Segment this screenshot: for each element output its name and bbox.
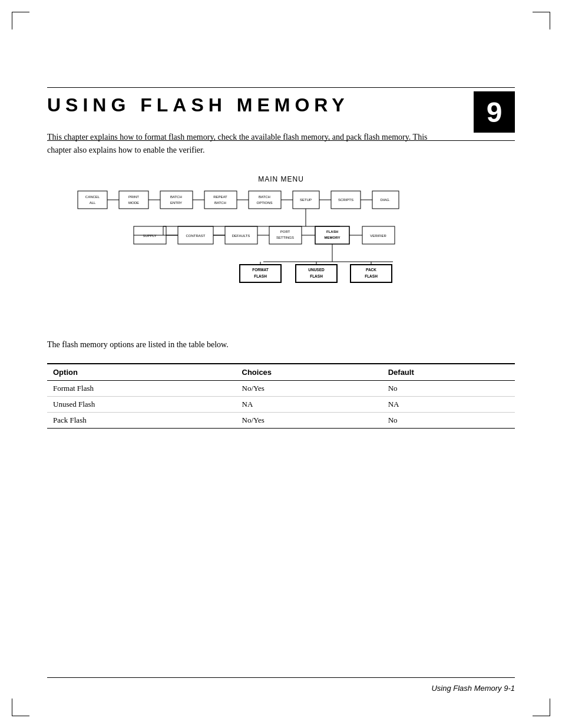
- svg-text:PORT: PORT: [280, 230, 290, 233]
- svg-text:REPEAT: REPEAT: [213, 195, 227, 199]
- desc-text: The flash memory options are listed in t…: [47, 338, 515, 351]
- svg-text:DEFAULTS: DEFAULTS: [232, 234, 250, 238]
- svg-text:FLASH: FLASH: [365, 274, 378, 278]
- svg-text:ENTRY: ENTRY: [170, 201, 182, 205]
- svg-text:SETUP: SETUP: [300, 198, 312, 202]
- page: 9 USING FLASH MEMORY This chapter explai…: [0, 0, 562, 728]
- svg-rect-4: [119, 191, 148, 209]
- svg-rect-8: [160, 191, 193, 209]
- svg-text:BATCH: BATCH: [170, 195, 182, 199]
- table-cell: NA: [382, 397, 515, 413]
- svg-text:PACK: PACK: [366, 268, 376, 272]
- menu-diagram: CANCEL ALL PRINT MODE BATCH ENTRY REPEAT…: [75, 188, 487, 324]
- svg-text:FLASH: FLASH: [310, 274, 323, 278]
- svg-text:DIAG.: DIAG.: [381, 198, 391, 202]
- svg-rect-40: [269, 226, 302, 244]
- svg-text:CONTRAST: CONTRAST: [186, 234, 206, 238]
- svg-text:VERIFIER: VERIFIER: [370, 234, 386, 238]
- table-row: Unused FlashNANA: [47, 397, 515, 413]
- svg-text:CANCEL: CANCEL: [85, 195, 100, 199]
- page-footer: Using Flash Memory 9-1: [431, 684, 515, 693]
- svg-text:BATCH: BATCH: [214, 201, 226, 205]
- svg-rect-44: [315, 226, 349, 244]
- header-rule-top: [47, 87, 515, 88]
- footer-rule: [47, 677, 515, 678]
- chapter-number-box: 9: [474, 91, 515, 133]
- svg-rect-12: [204, 191, 237, 209]
- intro-text: This chapter explains how to format flas…: [47, 131, 448, 157]
- chapter-title: USING FLASH MEMORY: [47, 94, 515, 116]
- corner-mark-tl: [12, 12, 29, 29]
- svg-text:MODE: MODE: [128, 201, 139, 205]
- svg-rect-0: [78, 191, 107, 209]
- table-row: Pack FlashNo/YesNo: [47, 413, 515, 429]
- table-header-choices: Choices: [236, 364, 382, 381]
- table-header-default: Default: [382, 364, 515, 381]
- table-cell: No: [382, 413, 515, 429]
- svg-text:SCRIPTS: SCRIPTS: [338, 198, 353, 202]
- chapter-number: 9: [487, 96, 503, 129]
- svg-text:BATCH: BATCH: [259, 195, 270, 199]
- svg-text:MEMORY: MEMORY: [325, 236, 340, 239]
- svg-rect-16: [249, 191, 281, 209]
- svg-text:SUPPLY: SUPPLY: [143, 234, 156, 238]
- corner-mark-bl: [12, 699, 29, 716]
- table-cell: No/Yes: [236, 381, 382, 397]
- footer-text: Using Flash Memory 9-1: [431, 684, 515, 693]
- menu-area: MAIN MENU CANCEL ALL PRINT MODE BATCH EN…: [47, 175, 515, 324]
- svg-text:FORMAT: FORMAT: [252, 268, 268, 272]
- table-row: Format FlashNo/YesNo: [47, 381, 515, 397]
- table-cell: No/Yes: [236, 413, 382, 429]
- table-cell: Pack Flash: [47, 413, 236, 429]
- svg-text:SETTINGS: SETTINGS: [276, 236, 294, 239]
- table-cell: No: [382, 381, 515, 397]
- svg-text:UNUSED: UNUSED: [308, 268, 325, 272]
- svg-text:FLASH: FLASH: [326, 230, 338, 233]
- table-cell: Format Flash: [47, 381, 236, 397]
- header-rule-bottom: [47, 140, 515, 141]
- svg-text:FLASH: FLASH: [254, 274, 267, 278]
- table-header-option: Option: [47, 364, 236, 381]
- svg-text:ALL: ALL: [90, 201, 96, 205]
- options-table: Option Choices Default Format FlashNo/Ye…: [47, 363, 515, 429]
- corner-mark-tr: [533, 12, 550, 29]
- corner-mark-br: [533, 699, 550, 716]
- svg-text:OPTIONS: OPTIONS: [256, 201, 272, 205]
- menu-label: MAIN MENU: [47, 175, 515, 183]
- svg-text:PRINT: PRINT: [128, 195, 139, 199]
- table-cell: NA: [236, 397, 382, 413]
- table-cell: Unused Flash: [47, 397, 236, 413]
